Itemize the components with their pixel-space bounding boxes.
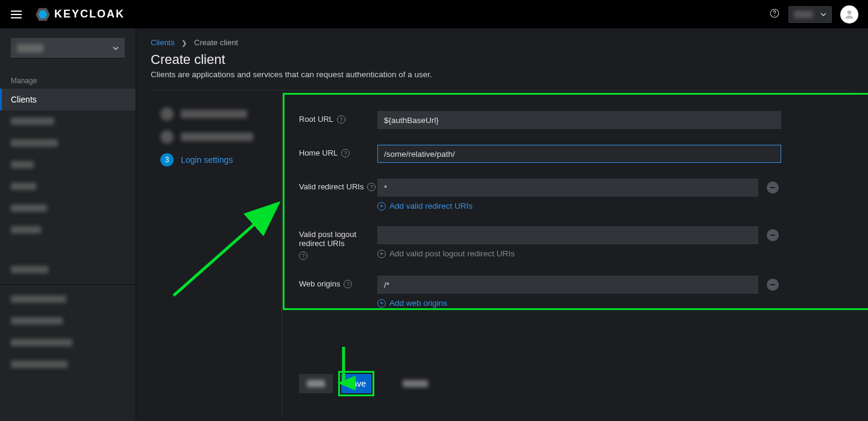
breadcrumb: Clients ❯ Create client — [151, 38, 854, 47]
page-description: Clients are applications and services th… — [151, 70, 854, 79]
valid-redirect-label: Valid redirect URIs ? — [299, 179, 377, 191]
realm-selector[interactable] — [11, 38, 125, 59]
step-number: 3 — [160, 153, 174, 166]
remove-icon[interactable] — [767, 182, 779, 194]
chevron-down-icon — [820, 11, 826, 17]
content: Clients ❯ Create client Create client Cl… — [136, 28, 868, 421]
topbar: KEYCLOAK — [0, 0, 868, 28]
remove-icon[interactable] — [767, 279, 779, 291]
valid-post-logout-input[interactable] — [377, 226, 758, 244]
wizard-step-1[interactable] — [151, 103, 281, 125]
sidebar-item[interactable] — [0, 154, 136, 176]
add-valid-post-logout-button[interactable]: + Add valid post logout redirect URIs — [377, 249, 515, 258]
wizard-steps: 3 Login settings — [151, 90, 282, 417]
valid-redirect-input[interactable] — [377, 179, 758, 197]
root-url-input[interactable] — [377, 111, 781, 129]
sidebar-item[interactable] — [0, 353, 136, 375]
cancel-button[interactable] — [395, 374, 435, 393]
wizard-step-3[interactable]: 3 Login settings — [151, 148, 281, 171]
home-url-input[interactable] — [377, 145, 781, 163]
back-button[interactable] — [299, 374, 333, 393]
sidebar-item[interactable] — [0, 259, 136, 280]
add-valid-redirect-button[interactable]: + Add valid redirect URIs — [377, 201, 473, 210]
brand-text: KEYCLOAK — [54, 8, 125, 21]
step-label: Login settings — [181, 155, 233, 165]
web-origins-label: Web origins ? — [299, 276, 377, 288]
sidebar-item[interactable] — [0, 197, 136, 219]
chevron-right-icon: ❯ — [181, 39, 187, 46]
form-area: Root URL ? Home URL ? — [282, 90, 854, 417]
sidebar: Manage Clients — [0, 28, 136, 421]
brand-icon — [35, 7, 51, 22]
sidebar-item-clients[interactable]: Clients — [0, 89, 136, 110]
sidebar-item[interactable] — [0, 110, 136, 132]
brand-logo: KEYCLOAK — [35, 7, 125, 22]
svg-rect-7 — [770, 284, 775, 285]
valid-post-logout-label: Valid post logout redirect URIs ? — [299, 226, 377, 260]
plus-icon: + — [377, 250, 386, 258]
help-icon[interactable]: ? — [367, 183, 376, 191]
sidebar-section-manage: Manage — [0, 71, 136, 89]
sidebar-item[interactable] — [0, 132, 136, 154]
sidebar-item[interactable] — [0, 219, 136, 241]
plus-icon: + — [377, 299, 386, 308]
help-icon[interactable]: ? — [337, 115, 345, 124]
global-help-icon[interactable] — [769, 8, 780, 21]
top-realm-selector[interactable] — [788, 6, 832, 23]
svg-point-3 — [774, 15, 775, 16]
svg-point-4 — [848, 10, 852, 14]
home-url-label: Home URL ? — [299, 145, 377, 157]
hamburger-icon[interactable] — [10, 8, 23, 21]
wizard-footer: Save — [299, 368, 841, 393]
save-button[interactable]: Save — [341, 374, 371, 393]
breadcrumb-clients-link[interactable]: Clients — [151, 38, 175, 47]
avatar[interactable] — [840, 5, 858, 24]
help-icon[interactable]: ? — [344, 280, 352, 288]
help-icon[interactable]: ? — [299, 252, 307, 260]
page-title: Create client — [151, 52, 854, 68]
wizard-step-2[interactable] — [151, 125, 281, 148]
add-web-origins-button[interactable]: + Add web origins — [377, 299, 447, 308]
svg-rect-5 — [770, 187, 775, 188]
svg-rect-6 — [770, 235, 775, 236]
remove-icon[interactable] — [767, 229, 779, 241]
sidebar-item[interactable] — [0, 332, 136, 353]
root-url-label: Root URL ? — [299, 111, 377, 124]
sidebar-item[interactable] — [0, 176, 136, 197]
sidebar-item[interactable] — [0, 310, 136, 332]
help-icon[interactable]: ? — [341, 149, 350, 157]
chevron-down-icon — [113, 45, 119, 51]
breadcrumb-current: Create client — [194, 38, 238, 47]
sidebar-item-label: Clients — [11, 95, 37, 104]
web-origins-input[interactable] — [377, 276, 758, 294]
plus-icon: + — [377, 202, 386, 210]
sidebar-item[interactable] — [0, 288, 136, 310]
